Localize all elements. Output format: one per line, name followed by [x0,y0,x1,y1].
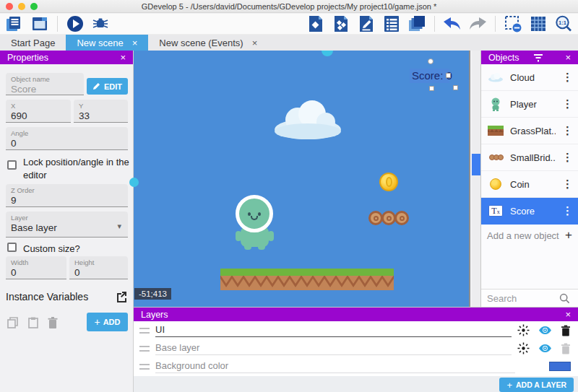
resize-handle-bottom[interactable] [429,86,434,91]
redo-icon[interactable] [467,14,488,33]
list-page-icon[interactable] [381,14,402,33]
object-page-icon[interactable] [306,14,326,33]
delete-layer-icon[interactable] [561,325,571,336]
grid-icon[interactable] [528,14,548,33]
paste-icon[interactable] [27,316,40,329]
tab-new-scene-events[interactable]: New scene (Events) × [148,35,268,51]
tab-new-scene[interactable]: New scene × [66,35,148,51]
lock-position-checkbox[interactable] [7,160,17,170]
delete-variable-icon[interactable] [47,316,59,329]
plus-icon: + [506,380,512,391]
toolbar-left-group [4,14,111,33]
resize-handle-corner[interactable] [453,85,458,90]
layer-name-input[interactable] [155,342,512,355]
layer-name-input[interactable] [155,324,512,337]
grass-platform-instance[interactable] [220,269,394,290]
layer-name-input[interactable] [155,360,515,373]
scene-canvas[interactable]: Score: 0 [134,51,470,307]
object-menu-icon[interactable]: ⋮ [561,178,574,191]
add-button-label: ADD [103,318,121,326]
layer-select[interactable]: Layer Base layer ▾ [6,212,128,238]
close-icon[interactable]: × [565,52,571,63]
height-field[interactable]: Height 0 [69,256,128,279]
field-label: Y [79,102,123,110]
maximize-window-button[interactable] [30,3,38,10]
plus-icon: + [94,316,100,328]
angle-field[interactable]: Angle 0 [6,127,128,150]
remove-instance-icon[interactable] [503,14,523,33]
search-input[interactable] [487,293,556,304]
drag-handle-icon[interactable] [139,346,150,352]
close-tab-icon[interactable]: × [252,38,258,48]
z-order-field[interactable]: Z Order 9 [6,184,128,207]
object-menu-icon[interactable]: ⋮ [561,151,574,164]
object-row-player[interactable]: Player ⋮ [481,91,578,118]
plus-icon: + [565,228,572,243]
edit-button-label: EDIT [104,82,122,91]
edit-page-icon[interactable] [356,14,376,33]
scene-window-icon[interactable] [30,14,50,33]
instance-variables-row: Instance Variables [6,290,128,302]
properties-header: Properties × [0,51,133,64]
close-icon[interactable]: × [120,52,126,63]
object-row-coin[interactable]: Coin ⋮ [481,171,578,198]
y-position-field[interactable]: Y 33 [74,100,128,123]
layer-row-background-color[interactable] [134,357,578,375]
chevron-down-icon: ▾ [117,222,121,231]
object-row-smallbridge[interactable]: SmallBrid... ⋮ [481,144,578,171]
effects-icon[interactable] [517,324,530,336]
player-helmet [236,195,273,232]
object-row-score[interactable]: Tx Score ⋮ [481,198,578,225]
close-tab-icon[interactable]: × [132,38,138,48]
object-menu-icon[interactable]: ⋮ [561,71,574,84]
minimize-window-button[interactable] [18,3,25,10]
rotate-handle[interactable] [428,58,434,64]
field-value: 9 [11,195,123,206]
add-new-object-button[interactable]: Add a new object + [481,225,578,246]
add-variable-button[interactable]: + ADD [87,313,128,331]
zoom-1-1-icon[interactable]: 1:1 [553,14,574,33]
object-row-cloud[interactable]: Cloud ⋮ [481,64,578,91]
x-position-field[interactable]: X 690 [6,100,71,123]
canvas-vertical-scrollbar[interactable] [472,51,480,307]
filter-icon[interactable] [533,53,543,62]
scrollbar-thumb[interactable] [472,154,480,175]
close-window-button[interactable] [6,3,13,10]
background-color-swatch[interactable] [549,362,571,371]
cloud-instance[interactable] [273,100,343,140]
drag-handle-icon[interactable] [139,328,150,334]
layers-stack-icon[interactable] [407,14,427,33]
toolbar-right-group: 1:1 [306,14,574,33]
debug-icon[interactable] [90,14,111,33]
project-manager-icon[interactable] [4,14,25,33]
object-menu-icon[interactable]: ⋮ [561,124,574,137]
small-bridge-instance[interactable] [368,211,407,225]
effects-icon[interactable] [517,342,530,354]
width-field[interactable]: Width 0 [6,256,66,279]
coin-instance[interactable] [379,173,398,191]
close-icon[interactable]: × [565,309,571,320]
undo-icon[interactable] [442,14,462,33]
resize-handle-right[interactable] [446,73,451,78]
object-menu-icon[interactable]: ⋮ [561,204,574,217]
visibility-eye-icon[interactable] [538,344,552,353]
drag-handle-icon[interactable] [139,364,150,370]
tab-start-page[interactable]: Start Page [0,35,66,51]
layer-row-ui[interactable] [134,321,578,339]
open-in-new-icon[interactable] [116,290,128,302]
objects-group-icon[interactable] [331,14,351,33]
properties-panel: Properties × Object name Score EDIT X 69… [0,51,134,392]
play-icon[interactable] [65,14,85,33]
custom-size-checkbox[interactable] [7,243,17,252]
edit-object-button[interactable]: EDIT [87,78,128,95]
title-bar: GDevelop 5 - /Users/david/Documents/GDev… [0,0,578,13]
bridge-log [368,211,383,225]
layer-row-base[interactable] [134,339,578,357]
copy-icon[interactable] [7,316,20,329]
add-layer-button[interactable]: + ADD A LAYER [499,378,574,392]
object-name-field[interactable]: Object name Score [6,73,84,95]
object-row-grassplatform[interactable]: GrassPlat... ⋮ [481,118,578,144]
grass-platform-thumbnail-icon [486,126,505,136]
object-menu-icon[interactable]: ⋮ [561,97,574,110]
visibility-eye-icon[interactable] [538,326,552,335]
